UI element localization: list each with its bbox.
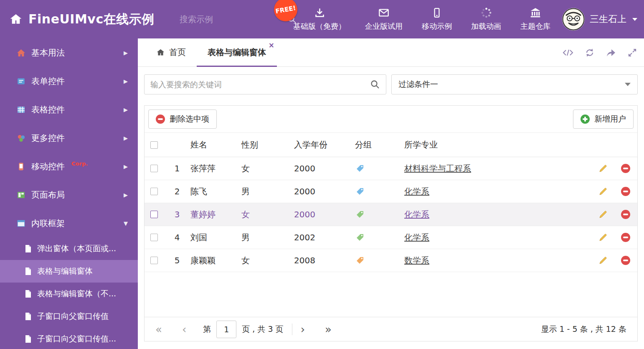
edit-icon[interactable] bbox=[598, 210, 608, 219]
filter-dropdown[interactable]: 过滤条件一 bbox=[391, 74, 638, 94]
page-number-input[interactable] bbox=[216, 321, 236, 338]
prev-page-button[interactable]: ‹ bbox=[182, 324, 186, 335]
cell-name: 刘国 bbox=[190, 232, 241, 243]
home-icon bbox=[9, 13, 23, 26]
grid-toolbar: 删除选中项 新增用户 bbox=[145, 106, 637, 133]
brand[interactable]: FineUIMvc在线示例 bbox=[9, 0, 155, 38]
page-total-label: 页 , 共 3 页 bbox=[242, 324, 283, 335]
sidebar-item-page-layout[interactable]: 页面布局 ▶ bbox=[0, 181, 138, 209]
expand-icon[interactable] bbox=[627, 48, 637, 58]
row-index: 3 bbox=[164, 209, 190, 219]
first-page-button[interactable]: « bbox=[155, 324, 162, 335]
sidebar-item-label: 更多控件 bbox=[31, 132, 65, 144]
row-checkbox[interactable] bbox=[150, 211, 158, 218]
sidebar-item-label: 表格控件 bbox=[31, 104, 65, 115]
sidebar-subitem-child-to-parent[interactable]: 子窗口向父窗口传值 bbox=[0, 305, 138, 328]
row-checkbox[interactable] bbox=[150, 234, 158, 241]
file-icon bbox=[24, 290, 32, 298]
keyword-search-box bbox=[144, 74, 386, 94]
edit-icon[interactable] bbox=[598, 256, 608, 265]
row-checkbox[interactable] bbox=[150, 165, 158, 172]
edit-icon[interactable] bbox=[598, 233, 608, 242]
delete-selected-button[interactable]: 删除选中项 bbox=[148, 110, 217, 129]
next-page-button[interactable]: › bbox=[301, 324, 305, 335]
refresh-icon[interactable] bbox=[585, 48, 595, 58]
nav-item-mobile-demo[interactable]: 移动示例 bbox=[422, 7, 452, 31]
table-header-row: 姓名 性别 入学年份 分组 所学专业 bbox=[145, 133, 637, 157]
sidebar-subitem-grid-edit-window[interactable]: 表格与编辑窗体 bbox=[0, 260, 138, 283]
chevron-right-icon: ▶ bbox=[124, 78, 128, 84]
add-circle-icon bbox=[581, 115, 590, 124]
delete-icon[interactable] bbox=[621, 256, 630, 265]
table-row[interactable]: 5 康颖颖 女 2008 数学系 bbox=[145, 249, 637, 272]
sidebar-item-more-controls[interactable]: 更多控件 ▶ bbox=[0, 124, 138, 152]
tab-home[interactable]: 首页 bbox=[145, 38, 197, 66]
row-checkbox[interactable] bbox=[150, 257, 158, 264]
envelope-icon bbox=[378, 7, 390, 18]
delete-icon[interactable] bbox=[621, 187, 630, 196]
sidebar-item-iframe[interactable]: 内联框架 ▼ bbox=[0, 209, 138, 237]
shapes-icon bbox=[17, 134, 25, 143]
add-user-button[interactable]: 新增用户 bbox=[573, 110, 634, 129]
source-code-icon[interactable] bbox=[562, 48, 574, 57]
major-link[interactable]: 材料科学与工程系 bbox=[404, 163, 471, 174]
row-checkbox[interactable] bbox=[150, 188, 158, 195]
major-link[interactable]: 数学系 bbox=[404, 255, 429, 266]
sidebar: 基本用法 ▶ 表单控件 ▶ 表格控件 ▶ 更多控件 ▶ 移动控 bbox=[0, 38, 138, 349]
tabbar: 首页 表格与编辑窗体 × bbox=[138, 38, 644, 67]
chevron-right-icon: ▶ bbox=[124, 107, 128, 113]
delete-icon[interactable] bbox=[621, 233, 630, 242]
major-link[interactable]: 化学系 bbox=[404, 209, 429, 220]
select-all-checkbox[interactable] bbox=[150, 141, 158, 149]
app-title: FineUIMvc在线示例 bbox=[28, 11, 155, 28]
col-header-group: 分组 bbox=[355, 139, 404, 150]
row-index: 1 bbox=[164, 163, 190, 173]
chevron-right-icon: ▶ bbox=[124, 135, 128, 141]
major-link[interactable]: 化学系 bbox=[404, 186, 429, 197]
sidebar-item-mobile-controls[interactable]: 移动控件 Corp. ▶ bbox=[0, 152, 138, 181]
nav-item-basic-free[interactable]: FREE! 基础版（免费） bbox=[293, 7, 346, 31]
keyword-search-input[interactable] bbox=[150, 80, 370, 89]
chevron-down-icon: ▼ bbox=[124, 220, 128, 227]
tab-label: 表格与编辑窗体 bbox=[208, 47, 266, 58]
edit-icon[interactable] bbox=[598, 187, 608, 196]
table-row[interactable]: 2 陈飞 男 2000 化学系 bbox=[145, 180, 637, 203]
layout-icon bbox=[17, 191, 25, 199]
cell-gender: 女 bbox=[241, 163, 294, 174]
sidebar-item-basic-usage[interactable]: 基本用法 ▶ bbox=[0, 38, 138, 67]
edit-icon[interactable] bbox=[598, 164, 608, 173]
nav-item-label: 基础版（免费） bbox=[293, 21, 346, 31]
corp-badge: Corp. bbox=[71, 160, 88, 167]
search-icon[interactable] bbox=[370, 79, 380, 89]
open-in-new-icon[interactable] bbox=[606, 48, 616, 57]
major-link[interactable]: 化学系 bbox=[404, 232, 429, 243]
table-row[interactable]: 1 张萍萍 女 2000 材料科学与工程系 bbox=[145, 157, 637, 180]
chevron-right-icon: ▶ bbox=[124, 50, 128, 56]
sidebar-subitem-label: 子窗口向父窗口传值 bbox=[37, 311, 109, 322]
user-menu[interactable]: 三生石上 bbox=[562, 0, 637, 38]
nav-item-loading-animation[interactable]: 加载动画 bbox=[471, 7, 501, 31]
sidebar-subitem-popup-window[interactable]: 弹出窗体（本页面或... bbox=[0, 237, 138, 260]
table-row-selected[interactable]: 3 董婷婷 女 2000 化学系 bbox=[145, 203, 637, 226]
spinner-icon bbox=[481, 7, 492, 18]
last-page-button[interactable]: » bbox=[325, 324, 332, 335]
sidebar-subitem-child-to-parent-2[interactable]: 子窗口向父窗口传值... bbox=[0, 328, 138, 349]
sidebar-item-grid-controls[interactable]: 表格控件 ▶ bbox=[0, 95, 138, 124]
sidebar-item-form-controls[interactable]: 表单控件 ▶ bbox=[0, 67, 138, 95]
sidebar-subitem-grid-edit-window-2[interactable]: 表格与编辑窗体（不... bbox=[0, 283, 138, 305]
tab-grid-edit-window[interactable]: 表格与编辑窗体 × bbox=[197, 38, 277, 66]
sidebar-item-label: 页面布局 bbox=[31, 189, 65, 201]
nav-item-enterprise-trial[interactable]: 企业版试用 bbox=[365, 7, 403, 31]
delete-icon[interactable] bbox=[621, 210, 630, 219]
header-search-input[interactable] bbox=[180, 14, 284, 24]
nav-item-theme-repo[interactable]: 主题仓库 bbox=[520, 7, 550, 31]
sidebar-subitem-label: 表格与编辑窗体 bbox=[37, 266, 93, 277]
divider bbox=[292, 324, 292, 335]
delete-icon[interactable] bbox=[621, 164, 630, 173]
table-row[interactable]: 4 刘国 男 2002 化学系 bbox=[145, 226, 637, 249]
close-icon[interactable]: × bbox=[269, 42, 274, 49]
chevron-down-icon bbox=[625, 83, 631, 86]
header-search bbox=[180, 11, 265, 28]
col-header-gender: 性别 bbox=[241, 139, 294, 150]
download-icon bbox=[314, 7, 325, 18]
